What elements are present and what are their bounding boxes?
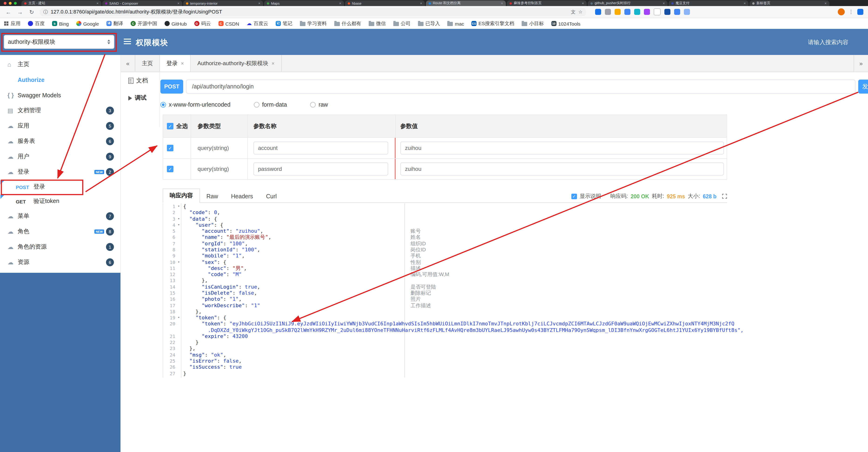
translate-icon[interactable]: 文 [571,9,576,15]
browser-tab[interactable]: github_pusher实时排行× [588,0,668,6]
purple-extension-icon[interactable] [644,9,650,15]
header-search-input[interactable]: 请输入搜索内容 [808,39,848,47]
row-checkbox[interactable]: ✓ [167,145,174,151]
bookmark-item[interactable]: 小目标 [522,20,544,27]
tab-close-icon[interactable]: × [96,1,99,5]
sidebar-item-app[interactable]: ☁ 应用 5 [0,118,120,134]
bookmark-item[interactable]: CCSDN [218,21,239,26]
bookmark-item[interactable]: G码云 [194,20,211,27]
blue-extension-icon[interactable] [674,9,680,15]
fullscreen-icon[interactable] [722,194,727,199]
bookmark-item[interactable]: 应用 [4,20,21,27]
profile-avatar[interactable] [838,8,845,16]
scroll-tabs-right-icon[interactable]: » [854,55,868,72]
tab-close-icon[interactable]: × [663,1,665,5]
sidebar-item-home[interactable]: ⌂ 主页 [0,57,120,72]
response-tab-raw[interactable]: Raw [200,190,224,202]
bookmark-item[interactable]: 公司 [393,20,410,27]
send-button[interactable]: 发 [858,80,868,93]
response-tab-curl[interactable]: Curl [260,190,283,202]
bookmark-item[interactable]: GitHub [164,21,187,26]
param-name-input[interactable] [253,163,388,175]
browser-tab[interactable]: 主页 - 建站× [21,0,101,6]
shield-extension-icon[interactable] [664,9,671,15]
bookmark-item[interactable]: 什么都有 [334,20,361,27]
bookmark-item[interactable]: C开源中国 [131,20,157,27]
select-all-checkbox[interactable]: ✓ [167,123,174,130]
browser-tab[interactable]: 魔豆支付× [669,0,748,6]
site-info-icon[interactable]: ⓘ [43,9,48,15]
sidebar-item-resource[interactable]: ☁ 资源 6 [0,255,120,270]
bookmark-item[interactable]: 百度 [28,20,44,27]
minimize-window-icon[interactable] [9,2,11,5]
browser-tab[interactable]: Maps× [264,0,344,6]
radio-form-data[interactable]: form-data [254,102,287,108]
bookmark-item[interactable]: ESES搜索引擎文档 [471,20,514,27]
browser-tab[interactable]: 新标签页× [749,0,829,6]
browser-menu-icon[interactable]: ⋮ [848,9,854,15]
teal-extension-icon[interactable] [634,9,640,15]
bookmark-item[interactable]: 已导入 [418,20,440,27]
response-json-editor[interactable]: 1▾{2 "code": 0,3▾ "data": {4▾ "user": {5… [163,203,727,377]
sidebar-item-authorize[interactable]: Authorize [0,72,120,87]
fold-icon[interactable]: ▾ [177,222,181,228]
sidebar-item-menu[interactable]: ☁ 菜单 7 [0,208,120,224]
browser-tab[interactable]: hbase× [345,0,425,6]
radio-raw[interactable]: raw [310,102,328,108]
bookmark-item[interactable]: bBing [52,21,69,26]
sidebar-item-doc-manage[interactable]: ▤ 文档管理 3 [0,103,120,118]
snowflake-extension-icon[interactable] [684,9,690,15]
scroll-tabs-left-icon[interactable]: « [121,55,135,72]
fold-icon[interactable]: ▾ [177,315,181,321]
sidebar-operation-post-login[interactable]: POST 登录 [0,180,120,194]
response-tab-content[interactable]: 响应内容 [163,189,200,203]
address-bar[interactable]: ⓘ 127.0.0.1:8760/api/gate/doc.html#/auth… [39,8,586,16]
fullscreen-window-icon[interactable] [14,2,17,5]
hamburger-menu-icon[interactable] [124,39,131,44]
bookmark-item[interactable]: mac [447,21,464,26]
sidebar-item-service[interactable]: ☁ 服务表 6 [0,134,120,149]
google-extension-icon[interactable] [624,9,630,15]
window-controls[interactable] [4,2,17,5]
browser-tab[interactable]: SAND - Composer× [102,0,182,6]
sidebar-item-swagger-models[interactable]: { } Swagger Models [0,87,120,103]
fold-icon[interactable]: ▾ [177,259,181,265]
row-checkbox[interactable]: ✓ [167,166,174,172]
tab-close-icon[interactable]: × [744,1,746,5]
tab-close-icon[interactable]: × [501,1,503,5]
grid-extension-icon[interactable] [595,9,601,15]
response-tab-headers[interactable]: Headers [224,190,260,202]
bookmark-item[interactable]: 记笔记 [276,20,292,27]
bookmark-item[interactable]: 学习资料 [300,20,327,27]
sidebar-operation-get-check-token[interactable]: GET 验证token [0,194,120,208]
close-tab-icon[interactable]: × [181,60,184,66]
bookmark-star-icon[interactable]: ☆ [578,9,583,15]
sidebar-item-role[interactable]: ☁ 角色 NEW 8 [0,224,120,239]
browser-tab[interactable]: Route 和文档分离× [426,0,506,6]
puzzle-extension-icon[interactable] [605,9,611,15]
tab-authorize-authority[interactable]: Authorize-authority-权限模块 × [190,55,281,72]
tab-close-icon[interactable]: × [420,1,422,5]
param-value-input[interactable] [400,142,724,154]
sidebar-item-role-resource[interactable]: ☁ 角色的资源 1 [0,239,120,255]
bookmark-item[interactable]: Google [76,21,99,26]
forward-icon[interactable]: → [16,9,24,15]
browser-tab[interactable]: temporary-interior× [183,0,263,6]
bookmark-item[interactable]: 101024Tools [551,21,581,26]
sidebar-item-user[interactable]: ☁ 用户 9 [0,149,120,164]
tab-close-icon[interactable]: × [258,1,260,5]
tab-login[interactable]: 登录 × [159,55,191,72]
outline-extension-icon[interactable] [654,8,661,16]
param-name-input[interactable] [253,142,388,154]
bookmark-item[interactable]: ☁百度云 [247,20,268,27]
tab-close-icon[interactable]: × [825,1,827,5]
radio-x-www-form-urlencoded[interactable]: x-www-form-urlencoded [160,102,230,108]
param-value-input[interactable] [400,163,724,175]
tab-close-icon[interactable]: × [177,1,180,5]
orange-extension-icon[interactable] [615,9,621,15]
pinned-extension-icon[interactable] [857,9,863,15]
reload-icon[interactable]: ↻ [28,9,35,15]
show-description-checkbox[interactable]: ✓ [571,193,577,199]
back-icon[interactable]: ← [5,9,12,15]
tab-home[interactable]: 主页 [135,55,160,72]
